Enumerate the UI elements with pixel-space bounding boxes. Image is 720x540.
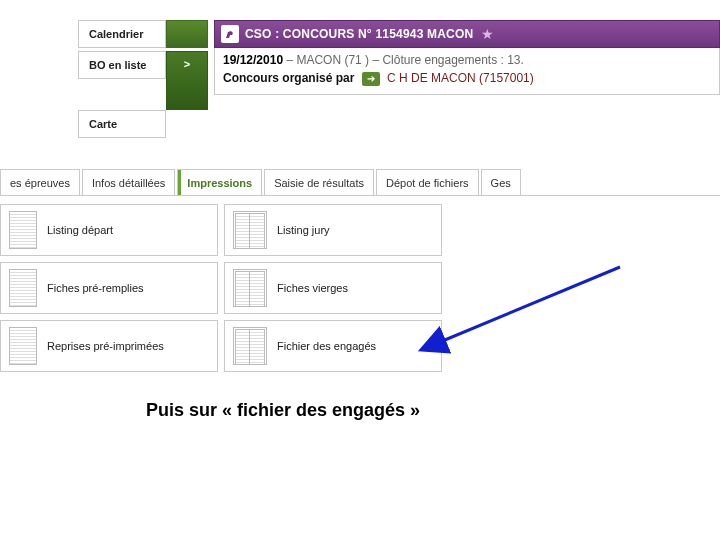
concours-date-line: 19/12/2010 – MACON (71 ) – Clôture engag… — [223, 53, 711, 67]
concours-info: 19/12/2010 – MACON (71 ) – Clôture engag… — [214, 48, 720, 95]
nav-expand-button[interactable]: > — [166, 51, 208, 110]
concours-organiser-line: Concours organisé par ➔ C H DE MACON (71… — [223, 71, 711, 86]
document-icon — [233, 327, 267, 365]
concours-date: 19/12/2010 — [223, 53, 283, 67]
cell-listing-depart[interactable]: Listing départ — [0, 204, 218, 256]
cell-label: Listing jury — [277, 224, 330, 236]
nav-bo-liste[interactable]: BO en liste — [78, 51, 166, 79]
cell-fiches-preremplies[interactable]: Fiches pré-remplies — [0, 262, 218, 314]
cell-label: Fichier des engagés — [277, 340, 376, 352]
document-icon — [9, 327, 37, 365]
cell-label: Fiches vierges — [277, 282, 348, 294]
organiser-link[interactable]: C H DE MACON (7157001) — [387, 71, 534, 85]
document-icon — [233, 211, 267, 249]
concours-location: MACON (71 ) — [296, 53, 369, 67]
concours-title: CSO : CONCOURS N° 1154943 MACON — [245, 27, 473, 41]
nav-carte[interactable]: Carte — [78, 110, 166, 138]
cell-listing-jury[interactable]: Listing jury — [224, 204, 442, 256]
left-nav: Calendrier BO en liste > Carte — [78, 20, 208, 141]
cell-fichier-engages[interactable]: Fichier des engagés — [224, 320, 442, 372]
concours-header: CSO : CONCOURS N° 1154943 MACON ★ — [214, 20, 720, 48]
chevron-right-icon: > — [184, 58, 190, 70]
instruction-caption: Puis sur « fichier des engagés » — [146, 400, 720, 421]
document-icon — [9, 269, 37, 307]
concours-cloture: Clôture engagements : 13. — [382, 53, 523, 67]
impressions-grid: Listing départ Listing jury Fiches pré-r… — [0, 204, 720, 372]
tab-gestion[interactable]: Ges — [481, 169, 521, 195]
cell-reprises[interactable]: Reprises pré-imprimées — [0, 320, 218, 372]
tab-bar: es épreuves Infos détaillées Impressions… — [0, 169, 720, 196]
tab-impressions[interactable]: Impressions — [177, 169, 262, 195]
nav-green-indicator — [166, 20, 208, 48]
cell-label: Listing départ — [47, 224, 113, 236]
tab-saisie[interactable]: Saisie de résultats — [264, 169, 374, 195]
tab-depot[interactable]: Dépot de fichiers — [376, 169, 479, 195]
tab-epreuves[interactable]: es épreuves — [0, 169, 80, 195]
goto-icon[interactable]: ➔ — [362, 72, 380, 86]
cell-fiches-vierges[interactable]: Fiches vierges — [224, 262, 442, 314]
document-icon — [9, 211, 37, 249]
cell-label: Fiches pré-remplies — [47, 282, 144, 294]
nav-calendrier[interactable]: Calendrier — [78, 20, 166, 48]
star-icon[interactable]: ★ — [481, 26, 494, 42]
cell-label: Reprises pré-imprimées — [47, 340, 164, 352]
horse-icon — [221, 25, 239, 43]
organiser-label: Concours organisé par — [223, 71, 354, 85]
document-icon — [233, 269, 267, 307]
tab-infos[interactable]: Infos détaillées — [82, 169, 175, 195]
